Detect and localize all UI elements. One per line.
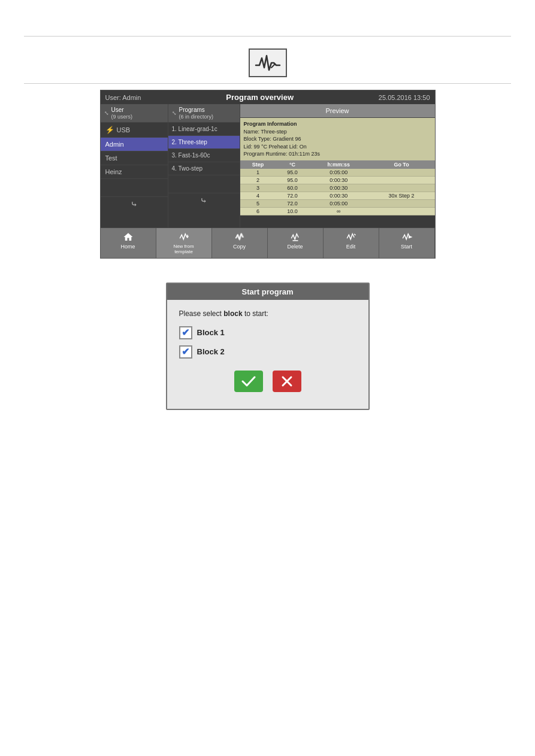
datetime: 25.05.2016 13:50 (379, 94, 430, 101)
cell-step-2: 2 (240, 176, 276, 184)
cell-temp-6: 10.0 (276, 207, 309, 215)
preview-panel: Preview Program Information Name: Three-… (240, 104, 435, 227)
dialog-title: Start program (167, 284, 368, 300)
device-icon-box (249, 48, 287, 77)
info-runtime: Program Runtime: 01h:11m 23s (244, 150, 431, 158)
cancel-icon (281, 375, 293, 387)
usb-item[interactable]: ⚡ USB (101, 123, 168, 138)
program-overview-panel: User: Admin Program overview 25.05.2016 … (100, 90, 436, 259)
cell-time-4: 0:00:30 (309, 192, 368, 199)
start-program-dialog: Start program Please select block to sta… (166, 283, 370, 410)
edit-icon (344, 232, 358, 242)
start-label: Start (401, 244, 412, 250)
cell-goto-5 (368, 199, 435, 207)
info-block-type: Block Type: Gradient 96 (244, 135, 431, 143)
home-icon (122, 232, 135, 242)
info-name: Name: Three-step (244, 128, 431, 136)
user-list-item-test[interactable]: Test (101, 151, 168, 165)
table-row: 572.00:05:00 (240, 199, 435, 207)
dialog-prompt: Please select block to start: (179, 309, 356, 318)
new-template-label: New from template (173, 244, 194, 254)
cancel-button[interactable] (273, 371, 301, 392)
cell-time-3: 0:00:30 (309, 184, 368, 192)
edit-button[interactable]: Edit (324, 228, 379, 258)
usb-label: USB (117, 126, 131, 133)
programs-list-title: Programs(6 in directory) (179, 107, 214, 120)
programs-list-header[interactable]: ⤡ Programs(6 in directory) (168, 104, 240, 123)
dialog-body: Please select block to start: ✔ Block 1 … (167, 300, 368, 409)
confirm-button[interactable] (234, 371, 263, 392)
start-icon (400, 232, 413, 242)
cell-step-5: 5 (240, 199, 276, 207)
user-test-label: Test (105, 154, 117, 162)
start-button[interactable]: Start (379, 228, 435, 258)
cell-time-5: 0:05:00 (309, 199, 368, 207)
table-row: 195.00:05:00 (240, 169, 435, 177)
copy-button[interactable]: Copy (212, 228, 268, 258)
user-list-header[interactable]: ⤡ User(9 users) (101, 104, 168, 123)
cell-temp-3: 60.0 (276, 184, 309, 192)
block1-checkbox[interactable]: ✔ (179, 326, 192, 339)
usb-icon: ⚡ (105, 126, 114, 134)
confirm-icon (241, 375, 256, 387)
col-temp: °C (276, 160, 309, 169)
user-info: User: Admin (105, 94, 141, 101)
delete-icon (289, 232, 302, 242)
user-expand-icon: ⤡ (104, 110, 109, 116)
block2-row: ✔ Block 2 (179, 345, 356, 359)
cell-goto-3 (368, 184, 435, 192)
table-row: 295.00:00:30 (240, 176, 435, 184)
block2-checkbox[interactable]: ✔ (179, 345, 192, 359)
cell-temp-2: 95.0 (276, 176, 309, 184)
block2-checkmark: ✔ (182, 346, 189, 357)
block1-checkmark: ✔ (182, 327, 189, 338)
top-divider (24, 36, 511, 37)
bottom-divider (24, 83, 511, 84)
device-waveform-icon (255, 53, 281, 72)
cell-goto-1 (368, 169, 435, 177)
block1-label[interactable]: Block 1 (197, 328, 225, 337)
user-list-item-heinz[interactable]: Heinz (101, 165, 168, 179)
program-item-empty (168, 175, 240, 193)
cell-step-3: 3 (240, 184, 276, 192)
program-item-4[interactable]: 4. Two-step (168, 162, 240, 175)
cell-time-6: ∞ (309, 207, 368, 215)
copy-icon (233, 232, 246, 242)
table-row: 472.00:00:3030x Step 2 (240, 192, 435, 199)
edit-label: Edit (346, 244, 356, 250)
dialog-actions (179, 371, 356, 399)
cell-goto-2 (368, 176, 435, 184)
user-admin-label: Admin (105, 141, 124, 148)
cell-temp-5: 72.0 (276, 199, 309, 207)
user-list-item-empty (101, 179, 168, 197)
home-button[interactable]: Home (101, 228, 156, 258)
user-list-more[interactable]: ⤷ (101, 197, 168, 211)
preview-button[interactable]: Preview (240, 104, 435, 118)
po-header: User: Admin Program overview 25.05.2016 … (101, 90, 435, 104)
toolbar: Home New from template Copy Delete (101, 227, 435, 258)
user-heinz-label: Heinz (105, 168, 122, 175)
program-item-1[interactable]: 1. Linear-grad-1c (168, 123, 240, 136)
user-list-item-admin[interactable]: Admin (101, 138, 168, 151)
block2-label[interactable]: Block 2 (197, 347, 225, 356)
cell-time-1: 0:05:00 (309, 169, 368, 177)
table-row: 360.00:00:30 (240, 184, 435, 192)
col-time: h:mm:ss (309, 160, 368, 169)
cell-step-4: 4 (240, 192, 276, 199)
user-list: ⤡ User(9 users) ⚡ USB Admin Test Heinz ⤷ (101, 104, 168, 227)
cell-step-1: 1 (240, 169, 276, 177)
cell-goto-4: 30x Step 2 (368, 192, 435, 199)
programs-expand-icon: ⤡ (172, 110, 177, 116)
block1-row: ✔ Block 1 (179, 326, 356, 339)
program-item-2[interactable]: 2. Three-step (168, 136, 240, 149)
svg-line-4 (354, 234, 355, 235)
new-from-template-button[interactable]: New from template (156, 228, 212, 258)
cell-time-2: 0:00:30 (309, 176, 368, 184)
program-item-3[interactable]: 3. Fast-1s-60c (168, 149, 240, 162)
cell-temp-4: 72.0 (276, 192, 309, 199)
cell-goto-6 (368, 207, 435, 215)
programs-list-more[interactable]: ⤷ (168, 193, 240, 208)
col-step: Step (240, 160, 276, 169)
info-title: Program Information (244, 120, 431, 128)
delete-button[interactable]: Delete (268, 228, 324, 258)
